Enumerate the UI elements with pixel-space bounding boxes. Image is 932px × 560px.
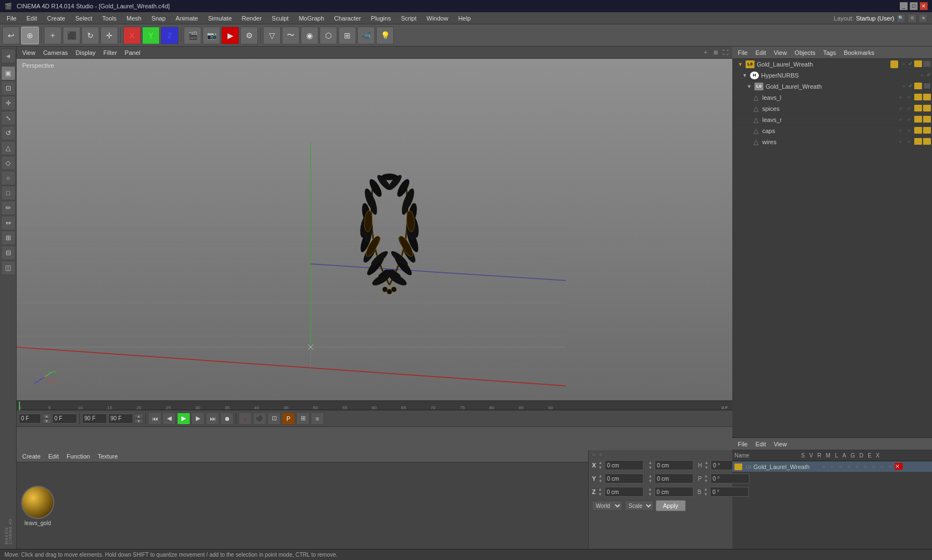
y-axis-button[interactable]: Y bbox=[142, 27, 160, 44]
generator-tool[interactable]: ⬡ bbox=[320, 27, 337, 44]
auto-key-btn[interactable]: ⚫ bbox=[253, 413, 266, 425]
new-object-button[interactable]: ＋ bbox=[44, 27, 62, 44]
vp-layout-icon[interactable]: ⊞ bbox=[711, 48, 720, 57]
obj-row-root[interactable]: ▼ L0 Gold_Laurel_Wreath ○ ✓ bbox=[732, 59, 932, 70]
world-mode-dropdown[interactable]: World Object bbox=[592, 501, 622, 511]
menu-window[interactable]: Window bbox=[422, 14, 453, 23]
p-arrow[interactable]: ▲▼ bbox=[704, 474, 708, 483]
attr-vis-3[interactable]: ○ bbox=[837, 463, 844, 471]
sidebar-pin[interactable]: ◀ bbox=[1, 49, 16, 63]
obj-eye-leavs-r[interactable]: ○ bbox=[896, 116, 904, 124]
x-size-input[interactable] bbox=[655, 460, 693, 470]
attr-vis-6[interactable]: ○ bbox=[862, 463, 869, 471]
cube-button[interactable]: ⬛ bbox=[63, 27, 80, 44]
obj-lock-leavs-r[interactable]: ○ bbox=[905, 116, 913, 124]
obj-menu-file[interactable]: File bbox=[735, 48, 751, 57]
maximize-button[interactable]: □ bbox=[910, 2, 918, 10]
scale-mode-dropdown[interactable]: Scale Size bbox=[625, 501, 654, 511]
render-to-picture[interactable]: 📷 bbox=[202, 27, 220, 44]
model-mode-btn[interactable]: ▣ bbox=[1, 66, 16, 80]
frame-display-input[interactable] bbox=[52, 414, 77, 424]
minimize-button[interactable]: _ bbox=[900, 2, 908, 10]
menu-help[interactable]: Help bbox=[454, 14, 475, 23]
fps-input[interactable] bbox=[108, 414, 133, 424]
menu-script[interactable]: Script bbox=[397, 14, 421, 23]
menu-file[interactable]: File bbox=[2, 14, 21, 23]
motion-clip-btn[interactable]: ⊡ bbox=[267, 413, 281, 425]
deformer-tool[interactable]: ◉ bbox=[301, 27, 318, 44]
mesh-mode-btn[interactable]: ⊡ bbox=[1, 81, 16, 95]
apply-button[interactable]: Apply bbox=[656, 500, 686, 511]
cursor-tool[interactable]: ⊕ bbox=[21, 27, 39, 44]
scale-btn[interactable]: ⤡ bbox=[1, 111, 16, 125]
vp-menu-filter[interactable]: Filter bbox=[100, 48, 120, 57]
attr-vis-4[interactable]: ○ bbox=[845, 463, 853, 471]
attr-menu-edit[interactable]: Edit bbox=[752, 440, 769, 449]
z-arrow-2[interactable]: ▲▼ bbox=[648, 487, 652, 497]
menu-mograph[interactable]: MoGraph bbox=[294, 14, 328, 23]
go-start-btn[interactable]: ⏮ bbox=[148, 413, 161, 425]
fps-down-btn[interactable]: ▼ bbox=[134, 419, 143, 424]
obj-eye-caps[interactable]: ○ bbox=[896, 127, 904, 135]
obj-eye-wires[interactable]: ○ bbox=[896, 138, 904, 146]
tool1-btn[interactable]: △ bbox=[1, 141, 16, 155]
move-btn[interactable]: ✛ bbox=[1, 96, 16, 110]
menu-create[interactable]: Create bbox=[43, 14, 70, 23]
attr-menu-file[interactable]: File bbox=[735, 440, 751, 449]
menu-edit[interactable]: Edit bbox=[22, 14, 42, 23]
menu-mesh[interactable]: Mesh bbox=[122, 14, 146, 23]
menu-sculpt[interactable]: Sculpt bbox=[267, 14, 293, 23]
timeline-options-btn[interactable]: ≡ bbox=[311, 413, 324, 425]
move-tool[interactable]: ✛ bbox=[100, 27, 118, 44]
vp-menu-display[interactable]: Display bbox=[72, 48, 99, 57]
attr-vis-8[interactable]: ○ bbox=[878, 463, 886, 471]
b-arrow[interactable]: ▲▼ bbox=[703, 487, 708, 497]
obj-lock-caps[interactable]: ○ bbox=[905, 127, 913, 135]
obj-row-child[interactable]: ▼ L0 Gold_Laurel_Wreath ○ ✓ bbox=[732, 81, 932, 92]
x-arrow-2[interactable]: ▲▼ bbox=[648, 460, 652, 470]
h-arrow[interactable]: ▲▼ bbox=[704, 460, 708, 470]
render-active-view[interactable]: ▶ bbox=[221, 27, 239, 44]
obj-expand-root[interactable]: ▼ bbox=[738, 62, 746, 67]
timeline-mode-btn[interactable]: P bbox=[282, 413, 295, 425]
render-preview[interactable]: 🎬 bbox=[184, 27, 201, 44]
vp-menu-panel[interactable]: Panel bbox=[121, 48, 144, 57]
y-arrow-2[interactable]: ▲▼ bbox=[648, 474, 652, 483]
undo-button[interactable]: ↩ bbox=[2, 27, 20, 44]
attr-vis-9[interactable]: ○ bbox=[887, 463, 894, 471]
material-swatch-leavs-gold[interactable] bbox=[21, 486, 54, 519]
play-btn[interactable]: ▶ bbox=[177, 413, 190, 425]
x-axis-button[interactable]: X bbox=[123, 27, 141, 44]
z-axis-button[interactable]: Z bbox=[161, 27, 179, 44]
prev-frame-btn[interactable]: ◀ bbox=[163, 413, 176, 425]
obj-eye-hypernurbs[interactable]: ○ bbox=[918, 72, 926, 79]
obj-lock-wires[interactable]: ○ bbox=[905, 138, 913, 146]
vp-menu-cameras[interactable]: Cameras bbox=[40, 48, 72, 57]
mat-menu-function[interactable]: Function bbox=[63, 452, 93, 461]
menu-animate[interactable]: Animate bbox=[171, 14, 202, 23]
close-button[interactable]: ✕ bbox=[920, 2, 928, 10]
obj-row-leavs-l[interactable]: △ leavs_l ○ ○ bbox=[732, 92, 932, 103]
obj-eye-leavs-l[interactable]: ○ bbox=[896, 94, 904, 101]
obj-eye-child[interactable]: ○ bbox=[900, 83, 908, 90]
x-position-input[interactable] bbox=[605, 460, 644, 470]
record-btn[interactable]: ⏺ bbox=[220, 413, 234, 425]
vp-menu-view[interactable]: View bbox=[19, 48, 39, 57]
obj-menu-tags[interactable]: Tags bbox=[820, 48, 839, 57]
rotate-btn[interactable]: ↺ bbox=[1, 126, 16, 140]
menu-simulate[interactable]: Simulate bbox=[204, 14, 236, 23]
obj-menu-objects[interactable]: Objects bbox=[791, 48, 818, 57]
spline-tool[interactable]: 〜 bbox=[282, 27, 300, 44]
end-frame-input[interactable] bbox=[82, 414, 107, 424]
fps-up-btn[interactable]: ▲ bbox=[134, 414, 143, 419]
attr-vis-1[interactable]: ○ bbox=[820, 463, 828, 471]
menu-tools[interactable]: Tools bbox=[98, 14, 121, 23]
z-size-input[interactable] bbox=[655, 487, 693, 497]
z-arrow[interactable]: ▲▼ bbox=[598, 487, 602, 497]
attr-row-selected[interactable]: L0 Gold_Laurel_Wreath ○ ○ ○ ○ ○ ○ ○ ○ ○ … bbox=[732, 461, 932, 472]
grid2-btn[interactable]: ⊟ bbox=[1, 246, 16, 260]
obj-row-leavs-r[interactable]: △ leavs_r ○ ○ bbox=[732, 114, 932, 125]
tool3-btn[interactable]: ○ bbox=[1, 171, 16, 185]
obj-row-wires[interactable]: △ wires ○ ○ bbox=[732, 136, 932, 147]
grid1-btn[interactable]: ⊞ bbox=[1, 231, 16, 245]
